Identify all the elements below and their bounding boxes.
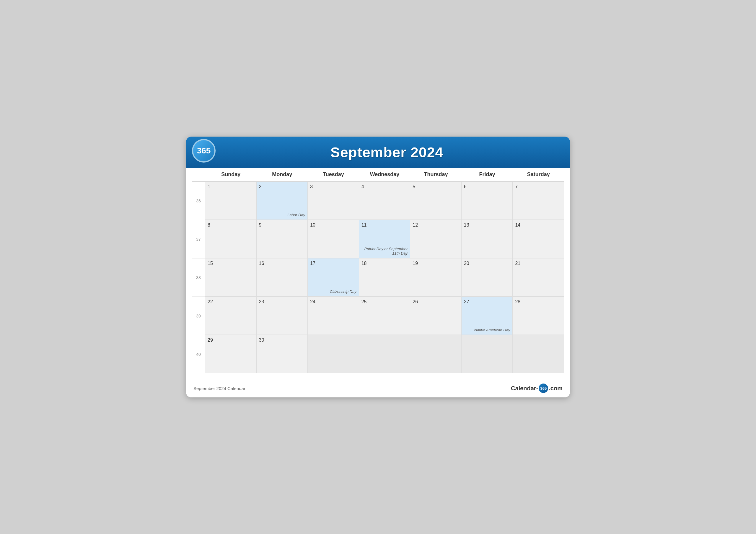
- date-number-8: 8: [208, 222, 254, 228]
- date-number-23: 23: [259, 299, 305, 304]
- date-number-17: 17: [310, 261, 357, 266]
- date-number-6: 6: [464, 184, 510, 190]
- date-number-15: 15: [208, 261, 254, 266]
- calendar-header: 365 September 2024: [186, 137, 570, 168]
- day-cell: [513, 335, 564, 373]
- calendar-title: September 2024: [216, 144, 558, 161]
- day-header-tuesday: Tuesday: [308, 168, 359, 181]
- calendar-footer: September 2024 Calendar Calendar- 365 .c…: [186, 379, 570, 397]
- week-num-header: [192, 168, 205, 181]
- day-cell: 11Patriot Day or September 11th Day: [359, 220, 411, 258]
- date-number-28: 28: [515, 299, 561, 304]
- footer-logo-domain: .com: [549, 385, 563, 392]
- day-cell: 7: [513, 181, 564, 220]
- day-cell: 3: [308, 181, 359, 220]
- date-number-13: 13: [464, 222, 510, 228]
- day-cell: 9: [256, 220, 308, 258]
- day-cell: [359, 335, 411, 373]
- day-cell: [308, 335, 359, 373]
- date-number-18: 18: [362, 261, 408, 266]
- day-header-friday: Friday: [462, 168, 513, 181]
- holiday-label: Patriot Day or September 11th Day: [362, 247, 408, 256]
- day-cell: 30: [256, 335, 308, 373]
- day-cell: 8: [205, 220, 256, 258]
- day-cell: 26: [410, 296, 462, 335]
- day-header-sunday: Sunday: [205, 168, 256, 181]
- week-num-40: 40: [192, 335, 205, 373]
- date-number-26: 26: [413, 299, 459, 304]
- week-num-38: 38: [192, 258, 205, 296]
- calendar-body: Sunday Monday Tuesday Wednesday Thursday…: [186, 168, 570, 379]
- date-number-24: 24: [310, 299, 357, 304]
- day-headers-row: Sunday Monday Tuesday Wednesday Thursday…: [192, 168, 564, 181]
- day-cell: 18: [359, 258, 411, 296]
- date-number-2: 2: [259, 184, 305, 190]
- holiday-label: Citizenship Day: [330, 290, 356, 294]
- day-cell: 21: [513, 258, 564, 296]
- footer-logo: Calendar- 365 .com: [511, 384, 563, 393]
- logo-text: 365: [197, 146, 211, 156]
- date-number-25: 25: [362, 299, 408, 304]
- day-header-thursday: Thursday: [410, 168, 462, 181]
- day-cell: [410, 335, 462, 373]
- date-number-21: 21: [515, 261, 561, 266]
- date-number-7: 7: [515, 184, 561, 190]
- date-number-22: 22: [208, 299, 254, 304]
- day-cell: 28: [513, 296, 564, 335]
- day-cell: 24: [308, 296, 359, 335]
- day-cell: 23: [256, 296, 308, 335]
- date-number-10: 10: [310, 222, 357, 228]
- date-number-1: 1: [208, 184, 254, 190]
- date-number-27: 27: [464, 299, 510, 304]
- day-cell: 16: [256, 258, 308, 296]
- day-cell: 29: [205, 335, 256, 373]
- date-number-4: 4: [362, 184, 408, 190]
- day-header-saturday: Saturday: [513, 168, 564, 181]
- day-header-monday: Monday: [256, 168, 308, 181]
- date-number-9: 9: [259, 222, 305, 228]
- day-header-wednesday: Wednesday: [359, 168, 411, 181]
- day-cell: 10: [308, 220, 359, 258]
- week-num-36: 36: [192, 181, 205, 220]
- day-cell: 27Native American Day: [462, 296, 513, 335]
- week-num-39: 39: [192, 296, 205, 335]
- date-number-14: 14: [515, 222, 561, 228]
- day-cell: 13: [462, 220, 513, 258]
- calendar-container: 365 September 2024 Sunday Monday Tuesday…: [186, 137, 570, 397]
- footer-logo-text: Calendar-: [511, 385, 538, 392]
- day-cell: 17Citizenship Day: [308, 258, 359, 296]
- date-number-30: 30: [259, 338, 305, 343]
- date-number-5: 5: [413, 184, 459, 190]
- date-number-20: 20: [464, 261, 510, 266]
- day-cell: 19: [410, 258, 462, 296]
- day-cell: 2Labor Day: [256, 181, 308, 220]
- date-number-19: 19: [413, 261, 459, 266]
- day-cell: 25: [359, 296, 411, 335]
- footer-text: September 2024 Calendar: [193, 386, 245, 391]
- day-cell: 15: [205, 258, 256, 296]
- day-cell: 20: [462, 258, 513, 296]
- week-num-37: 37: [192, 220, 205, 258]
- date-number-12: 12: [413, 222, 459, 228]
- day-cell: 5: [410, 181, 462, 220]
- day-cell: 4: [359, 181, 411, 220]
- footer-logo-365: 365: [539, 384, 548, 393]
- holiday-label: Labor Day: [287, 213, 305, 217]
- calendar-grid: 3612Labor Day3456737891011Patriot Day or…: [192, 181, 564, 373]
- day-cell: 12: [410, 220, 462, 258]
- day-cell: 14: [513, 220, 564, 258]
- date-number-29: 29: [208, 338, 254, 343]
- day-cell: 1: [205, 181, 256, 220]
- day-cell: 22: [205, 296, 256, 335]
- holiday-label: Native American Day: [474, 328, 510, 332]
- logo-365: 365: [192, 139, 216, 163]
- day-cell: 6: [462, 181, 513, 220]
- date-number-3: 3: [310, 184, 357, 190]
- date-number-11: 11: [362, 222, 408, 228]
- date-number-16: 16: [259, 261, 305, 266]
- day-cell: [462, 335, 513, 373]
